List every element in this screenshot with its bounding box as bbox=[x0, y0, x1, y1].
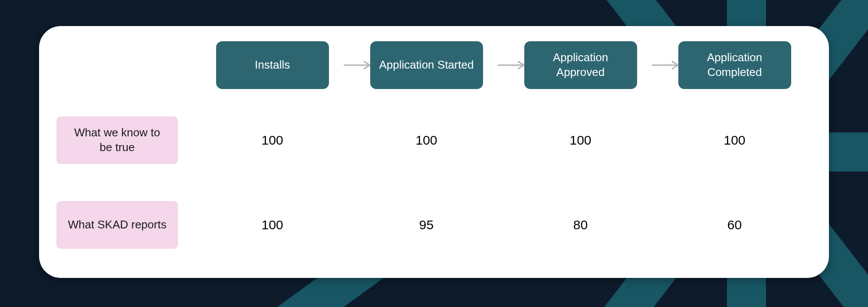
row-label-skad: What SKAD reports bbox=[56, 201, 178, 249]
stage-box-app-started: Application Started bbox=[370, 41, 483, 89]
diagram-card: Installs Application Started Application… bbox=[39, 26, 829, 278]
stage-box-installs: Installs bbox=[216, 41, 329, 89]
stage-label: Application Approved bbox=[533, 50, 628, 80]
row-label-text: What SKAD reports bbox=[68, 218, 167, 232]
stage-label: Installs bbox=[255, 58, 290, 73]
value-cell: 95 bbox=[354, 218, 499, 232]
stage-box-app-approved: Application Approved bbox=[524, 41, 637, 89]
stage-col-1: Application Started bbox=[354, 41, 499, 89]
value-cell: 100 bbox=[200, 218, 345, 232]
value-cell: 100 bbox=[200, 133, 345, 148]
stage-col-0: Installs bbox=[200, 41, 345, 89]
stage-col-3: Application Completed bbox=[662, 41, 807, 89]
value-cell: 80 bbox=[508, 218, 653, 232]
stage-label: Application Completed bbox=[687, 50, 783, 80]
row-label-text: What we know to be true bbox=[67, 125, 168, 155]
stage-box-app-completed: Application Completed bbox=[678, 41, 791, 89]
value-cell: 100 bbox=[354, 133, 499, 148]
value-cell: 100 bbox=[662, 133, 807, 148]
diagram-grid: Installs Application Started Application… bbox=[56, 39, 807, 261]
stage-label: Application Started bbox=[379, 58, 473, 73]
row-label-truth: What we know to be true bbox=[56, 116, 178, 164]
value-cell: 60 bbox=[662, 218, 807, 232]
value-cell: 100 bbox=[508, 133, 653, 148]
stage-col-2: Application Approved bbox=[508, 41, 653, 89]
